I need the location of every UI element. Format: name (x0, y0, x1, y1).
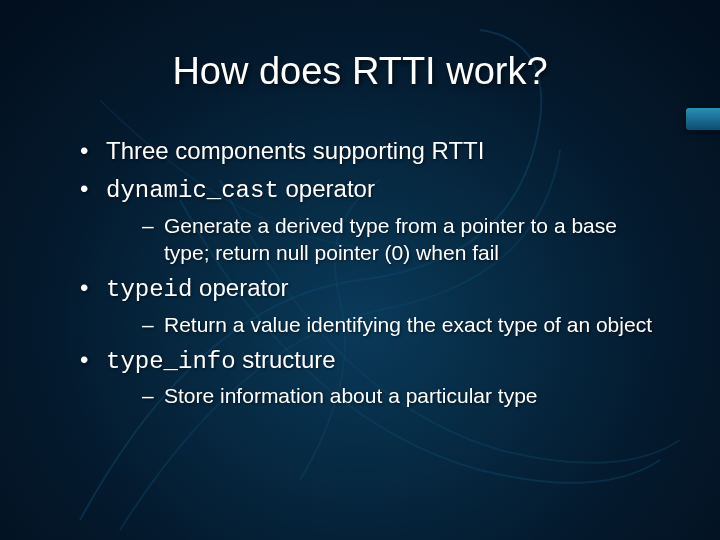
slide-content: How does RTTI work? Three components sup… (0, 0, 720, 540)
bullet-suffix: structure (236, 346, 336, 373)
code-term: typeid (106, 276, 192, 303)
code-term: type_info (106, 348, 236, 375)
code-term: dynamic_cast (106, 177, 279, 204)
sub-item: Return a value identifying the exact typ… (142, 311, 660, 338)
bullet-list: Three components supporting RTTI dynamic… (60, 135, 660, 410)
bullet-item: typeid operator Return a value identifyi… (80, 272, 660, 338)
bullet-text: Three components supporting RTTI (106, 137, 484, 164)
slide-title: How does RTTI work? (60, 50, 660, 93)
bullet-suffix: operator (279, 175, 375, 202)
bullet-item: dynamic_cast operator Generate a derived… (80, 173, 660, 266)
bullet-item: type_info structure Store information ab… (80, 344, 660, 410)
sub-item: Store information about a particular typ… (142, 382, 660, 409)
sub-list: Return a value identifying the exact typ… (106, 311, 660, 338)
sub-list: Generate a derived type from a pointer t… (106, 212, 660, 267)
bullet-suffix: operator (192, 274, 288, 301)
sub-item: Generate a derived type from a pointer t… (142, 212, 660, 267)
sub-list: Store information about a particular typ… (106, 382, 660, 409)
bullet-item: Three components supporting RTTI (80, 135, 660, 167)
